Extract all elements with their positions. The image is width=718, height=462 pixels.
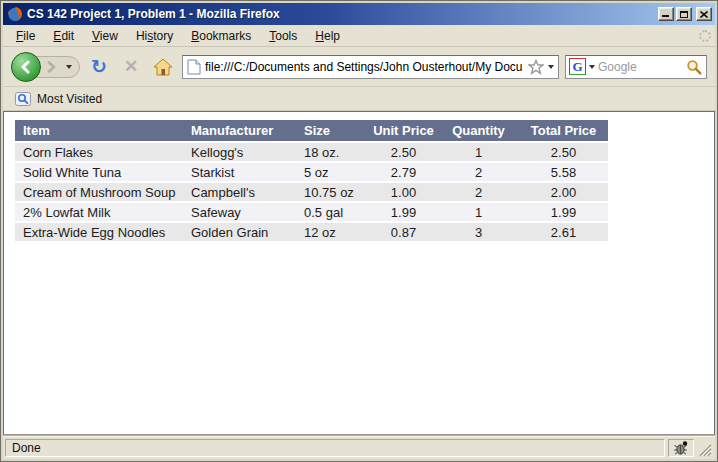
table-cell: 2 [438, 162, 519, 182]
back-icon [19, 60, 33, 74]
menu-bar: File Edit View History Bookmarks Tools H… [3, 25, 715, 47]
table-cell: 1 [438, 142, 519, 162]
forward-icon [46, 61, 56, 73]
column-header-size: Size [296, 120, 369, 142]
window-controls [658, 7, 712, 21]
column-header-total-price: Total Price [519, 120, 608, 142]
column-header-quantity: Quantity [438, 120, 519, 142]
table-cell: 0.5 gal [296, 202, 369, 222]
table-cell: Corn Flakes [15, 142, 183, 162]
table-cell: Solid White Tuna [15, 162, 183, 182]
back-button[interactable] [11, 52, 41, 82]
activity-throbber-icon [699, 30, 711, 42]
stop-button[interactable]: ✕ [118, 54, 144, 80]
bookmark-label: Most Visited [37, 92, 102, 106]
table-row: 2% Lowfat MilkSafeway0.5 gal1.9911.99 [15, 202, 608, 222]
search-icon[interactable] [686, 59, 702, 75]
reload-button[interactable]: ↻ [86, 54, 112, 80]
menu-help[interactable]: Help [306, 26, 349, 46]
stop-icon: ✕ [124, 58, 138, 75]
extension-button[interactable] [668, 439, 694, 457]
table-cell: 1.99 [519, 202, 608, 222]
resize-grip[interactable] [697, 442, 712, 457]
table-cell: 1.00 [369, 182, 438, 202]
table-cell: 2% Lowfat Milk [15, 202, 183, 222]
navigation-toolbar: ↻ ✕ G [3, 47, 715, 87]
bookmark-most-visited[interactable]: Most Visited [11, 89, 106, 109]
table-cell: 0.87 [369, 222, 438, 242]
table-cell: 5.58 [519, 162, 608, 182]
bookmarks-toolbar: Most Visited [3, 87, 715, 111]
table-cell: 2.79 [369, 162, 438, 182]
status-panel: Done [5, 439, 665, 457]
status-text: Done [12, 441, 41, 455]
column-header-unit-price: Unit Price [369, 120, 438, 142]
title-bar[interactable]: CS 142 Project 1, Problem 1 - Mozilla Fi… [3, 3, 715, 25]
table-row: Cream of Mushroom SoupCampbell's10.75 oz… [15, 182, 608, 202]
url-dropdown-icon[interactable] [548, 65, 554, 69]
table-cell: 2 [438, 182, 519, 202]
menu-bookmarks[interactable]: Bookmarks [182, 26, 260, 46]
history-dropdown-button[interactable] [63, 65, 75, 69]
status-bar: Done [3, 435, 715, 459]
table-row: Corn FlakesKellogg's18 oz.2.5012.50 [15, 142, 608, 162]
search-box: G [565, 55, 707, 79]
page-content: Item Manufacturer Size Unit Price Quanti… [3, 111, 715, 435]
menu-history[interactable]: History [127, 26, 182, 46]
minimize-icon [662, 15, 669, 17]
menu-file[interactable]: File [7, 26, 44, 46]
reload-icon: ↻ [91, 57, 107, 76]
table-header-row: Item Manufacturer Size Unit Price Quanti… [15, 120, 608, 142]
table-cell: 2.61 [519, 222, 608, 242]
home-icon [153, 58, 173, 76]
google-favicon[interactable]: G [569, 58, 586, 75]
table-cell: 10.75 oz [296, 182, 369, 202]
window-title: CS 142 Project 1, Problem 1 - Mozilla Fi… [27, 7, 654, 21]
search-engine-dropdown-icon[interactable] [589, 65, 595, 69]
chevron-down-icon [66, 65, 72, 69]
minimize-button[interactable] [658, 7, 674, 21]
table-body: Corn FlakesKellogg's18 oz.2.5012.50Solid… [15, 142, 608, 242]
menu-edit[interactable]: Edit [44, 26, 83, 46]
search-input[interactable] [598, 60, 683, 74]
table-row: Extra-Wide Egg NoodlesGolden Grain12 oz0… [15, 222, 608, 242]
table-cell: Kellogg's [183, 142, 296, 162]
address-bar [182, 55, 559, 79]
bookmark-star-icon[interactable] [528, 59, 544, 75]
table-cell: 2.50 [369, 142, 438, 162]
maximize-icon [680, 11, 688, 18]
url-input[interactable] [205, 60, 524, 74]
grocery-table: Item Manufacturer Size Unit Price Quanti… [15, 120, 608, 243]
table-cell: 2.00 [519, 182, 608, 202]
back-forward-group [11, 56, 80, 78]
close-icon [700, 11, 708, 18]
table-cell: 1 [438, 202, 519, 222]
column-header-item: Item [15, 120, 183, 142]
maximize-button[interactable] [676, 7, 692, 21]
table-row: Solid White TunaStarkist5 oz2.7925.58 [15, 162, 608, 182]
bug-icon [673, 440, 689, 456]
table-cell: Golden Grain [183, 222, 296, 242]
table-cell: Safeway [183, 202, 296, 222]
table-cell: 3 [438, 222, 519, 242]
table-cell: 12 oz [296, 222, 369, 242]
table-cell: 1.99 [369, 202, 438, 222]
table-cell: Starkist [183, 162, 296, 182]
table-cell: Cream of Mushroom Soup [15, 182, 183, 202]
page-icon [187, 59, 201, 75]
browser-window: CS 142 Project 1, Problem 1 - Mozilla Fi… [0, 0, 718, 462]
firefox-icon [7, 6, 23, 22]
home-button[interactable] [150, 54, 176, 80]
table-cell: Campbell's [183, 182, 296, 202]
most-visited-icon [15, 91, 31, 107]
table-cell: 2.50 [519, 142, 608, 162]
table-cell: 5 oz [296, 162, 369, 182]
forward-button[interactable] [39, 58, 63, 76]
table-cell: 18 oz. [296, 142, 369, 162]
table-cell: Extra-Wide Egg Noodles [15, 222, 183, 242]
column-header-manufacturer: Manufacturer [183, 120, 296, 142]
close-button[interactable] [696, 7, 712, 21]
menu-tools[interactable]: Tools [260, 26, 306, 46]
menu-view[interactable]: View [83, 26, 127, 46]
